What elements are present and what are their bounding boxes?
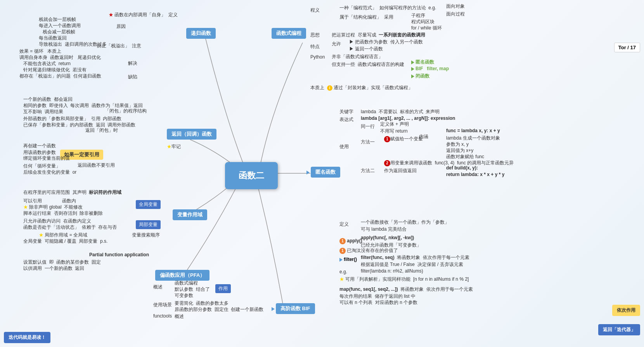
hof-def1: 一个函数接收「另一个函数」作为「参数」: [361, 219, 449, 226]
pf-title: Partial function application: [89, 252, 149, 257]
func-sub2: 程式码区块: [411, 19, 435, 25]
apply-obsolete: 1 已淘汰: [339, 247, 361, 254]
map-node: map(func, seq1[, seq2, ...]) 将函数对象 依次作用于…: [339, 286, 473, 293]
anon-m2-code2: return lambda: x * x + y * y: [446, 172, 504, 177]
pf-left2: 以供调用 一个新的函数 返回: [23, 265, 84, 272]
filter-list: ★ 可用「列表解析」实现同样功能 [n for n in allNums if …: [339, 276, 469, 283]
functional-node: 函数式编程: [272, 28, 306, 39]
rc5: 导致栈溢出 递归调用的次数过多: [39, 41, 107, 48]
fp-bif: BIF filter, map: [411, 66, 449, 71]
func-oop: 面向对象: [446, 3, 465, 10]
closure-struct: 「闭包」的程序结构: [105, 108, 147, 114]
pf-ov3: 可变参数: [175, 292, 193, 299]
scope-title1: 在程序里的可应用范围 其声明 标识符的作用域: [23, 189, 121, 196]
pf-uc2: 原函数的部分参数 固定住 创建一个新函数: [175, 306, 263, 313]
bottom-right-badge2: 返回「迭代器」: [598, 324, 640, 335]
map-desc2: 可以有 n 个列表 对应函数的 n 个参数: [339, 299, 417, 306]
func-def2: 属于「结构化编程」 采用: [339, 14, 393, 21]
rc-note: 注意: [132, 43, 141, 49]
apply-code: apply(func[, nkw][, -kw]): [361, 235, 414, 240]
anon-use-label: 使用: [339, 143, 349, 150]
rc4: 每当函数返回: [39, 35, 67, 41]
filter-eg-code: filter(lambda n: n%2, allNums): [361, 268, 423, 274]
apply-node: 1 apply(): [339, 238, 362, 244]
pf-action: 作用: [215, 284, 231, 293]
mind-map: 函数二 递归函数 ★ 函数在内部调用「自身」 定义 原因 栈就会加一层栈帧 每进…: [0, 0, 644, 347]
pf-functools-label: functools: [153, 313, 172, 319]
bottom-right-badge1: 依次作用: [612, 305, 640, 316]
anon-lambda: lambda 不需要以 标准的方式 来声明: [361, 109, 440, 115]
func-feature-label: 特点: [310, 43, 320, 50]
hof-def2: 可与 lambda 完美结合: [361, 226, 407, 233]
cb4: 外部函数的「参数和局部变量」 引用 内部函数: [23, 116, 121, 122]
rc7: 调用自身本身 函数返回时: [19, 54, 73, 61]
cb9: 任何「循环变量」: [23, 163, 61, 169]
pf-ov2: 默认参数 结合了: [175, 286, 210, 293]
anon-m1-c1: lambda 生成一个函数对象: [446, 135, 500, 142]
anon-expr-def: 定义体 + 声明: [380, 121, 409, 128]
anon-method2-label: 方法二: [361, 167, 375, 174]
func-nature: 本质上 i 通过「封装对象」实现「函数式编程」: [310, 85, 413, 91]
pf-overview-label: 概述: [153, 284, 163, 290]
rc9: 针对尾递归继续做优化 若没有: [23, 67, 87, 73]
rc-prevent: 防止「栈溢出」: [97, 43, 130, 49]
rc10: 都存在「栈溢出」的问题 任何递归函数: [19, 73, 101, 79]
recursive-def: ★ 函数在内部调用「自身」 定义: [109, 12, 178, 18]
anon-expr-no-return: 不用写 return: [380, 128, 408, 135]
hof-def-label: 定义: [339, 221, 349, 228]
sv8: 全局变量 可能隐藏 / 覆盖 局部变量 p.s.: [23, 238, 107, 245]
func-sub3: for / while 循环: [411, 25, 442, 31]
recursive-cause: 原因: [116, 23, 126, 30]
pf-ft-desc: 概述: [175, 313, 184, 320]
rc-defect: 缺陷: [128, 74, 137, 80]
func-idea: 把运算过程 尽量写成 一系列嵌套的函数调用: [332, 32, 425, 38]
anon-m1-c3: 返回值为 x+y: [446, 147, 473, 154]
anon-m1-assign: 1赋值给一个变量: [384, 136, 423, 142]
cb5: 已保存「参数和变量」的内部函数 返回 调用外部函数: [23, 122, 135, 128]
sv4: 脚本运行结束 否则存活到 除非被删除: [23, 210, 103, 217]
cb6: 再创建一个函数: [23, 143, 56, 149]
anon-method1-label: 方法一: [361, 139, 375, 145]
cb1: 一个新的函数 都会返回: [23, 96, 73, 103]
cb10: 返回函数不要引用: [78, 162, 115, 169]
anon-lambda-expr: lambda [arg1[, arg2, ... , argN]]: expre…: [361, 116, 455, 121]
func-feature1a: ▶ 把函数作为参数 传入另一个函数: [349, 39, 423, 45]
map-desc1: 每次作用的结果 储存于返回的 list 中: [339, 293, 415, 300]
tail-rec: 尾递归优化: [78, 54, 101, 61]
func-def-label: 程义: [310, 7, 320, 14]
pf-left1: 设置默认值 即 函数的某些参数 固定: [23, 259, 101, 266]
page-indicator: Tor / 17: [614, 43, 640, 52]
func-python2: 但支持一些 函数式编程语言的构建: [332, 61, 404, 68]
pf-ov1: 函数式编程: [175, 280, 198, 287]
func-python-label: Python: [310, 54, 325, 60]
rc2: 每进入一个函数调用: [39, 22, 81, 29]
pf-usecase-label: 使用场景: [153, 302, 172, 308]
cb11: 后续会发生变化的变量 or: [23, 169, 76, 176]
func-proc: 面向过程: [446, 11, 465, 17]
higher-node: 高阶函数 BIF: [272, 303, 315, 314]
note-star: ★牢记: [167, 143, 181, 150]
filter-eg-label: e.g.: [339, 269, 347, 274]
sv7: ★ 局部作用域 = 全局域: [39, 232, 87, 238]
sv6: 函数是否处于「活动状态」 依赖于 存在与否: [23, 224, 117, 231]
filter-desc: 根据返回值是 True / False 决定保留 / 丢弃该元素: [361, 261, 463, 268]
sv1: 可以引用: [23, 198, 42, 204]
rc-solve: 解决: [128, 60, 137, 67]
filter-code: filter(func, seq) 将函数对象 依次作用于每一个元素: [361, 254, 469, 261]
partial-node: 偏函数应用（PFA）: [155, 270, 209, 281]
scope-node: 变量作用域: [173, 209, 207, 220]
pf-uc1: 要需简化 函数的参数太多: [175, 300, 229, 307]
sv2: 函数内: [62, 198, 76, 204]
anon-m1-code: func = lambda x, y: x + y: [446, 128, 500, 133]
sv-search: 变量搜索顺序: [132, 232, 160, 238]
anon-m1-c2: 参数为 x, y: [446, 141, 469, 148]
fp-anon: 匿名函数: [411, 59, 434, 66]
sv5: 只允许函数内访问 在函数内定义: [23, 218, 91, 224]
anon-expr-label: 表达式: [339, 116, 353, 123]
apply-reason: 没有存在的价值了: [361, 247, 398, 254]
filter-node: filter(): [339, 257, 357, 262]
anon-m1-inner-label: 内涵: [419, 133, 428, 140]
cb8: 绑定循环变量当前的值: [23, 155, 70, 162]
func-feature1: 允许: [332, 41, 341, 47]
rc8: 不能包含表达式 return: [23, 60, 71, 67]
